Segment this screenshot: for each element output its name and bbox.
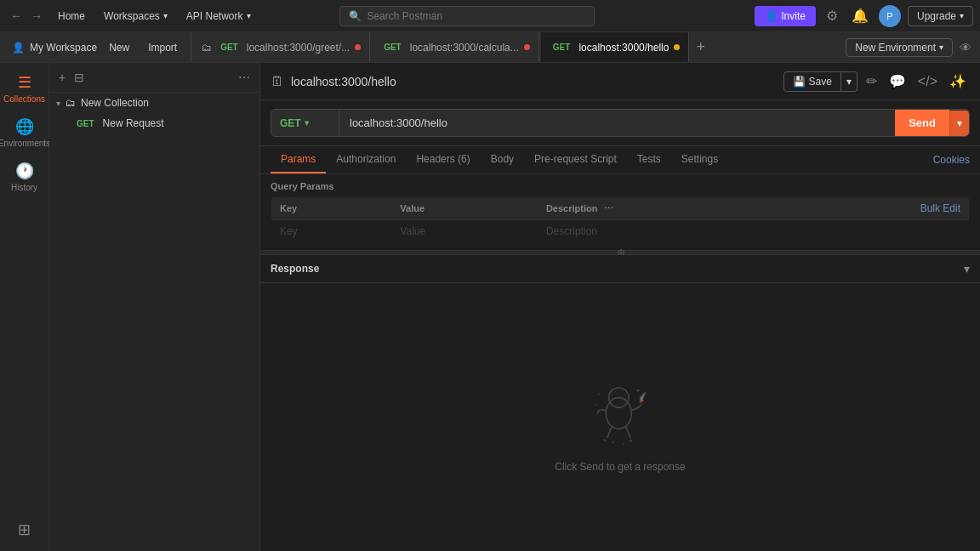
send-dropdown-button[interactable]: ▾	[949, 111, 969, 136]
tab-greet[interactable]: 🗂 GET localhost:3000/greet/...	[193, 32, 370, 62]
tab-dot-red	[355, 44, 361, 50]
response-header: Response ▾	[260, 255, 980, 283]
search-input[interactable]	[367, 10, 585, 22]
chevron-down-icon: ▾	[305, 118, 309, 128]
env-settings-button[interactable]: 👁	[956, 39, 975, 56]
nav-arrows: ← →	[7, 6, 46, 26]
invite-button[interactable]: 👤 Invite	[755, 6, 816, 26]
tab-hello[interactable]: GET localhost:3000/hello	[541, 32, 690, 62]
key-cell[interactable]: Key	[271, 220, 392, 243]
forward-button[interactable]: →	[27, 6, 46, 26]
chevron-down-icon: ▾	[960, 11, 964, 20]
col-key: Key	[271, 197, 392, 220]
tab-settings[interactable]: Settings	[671, 146, 728, 173]
method-badge: GET	[73, 118, 98, 129]
svg-point-9	[637, 389, 640, 392]
request-title: localhost:3000/hello	[291, 75, 396, 88]
top-right-actions: 👤 Invite ⚙ 🔔 P Upgrade ▾	[755, 4, 973, 27]
env-dropdown-button[interactable]: New Environment ▾	[846, 38, 953, 57]
tab-dot-red	[524, 44, 530, 50]
sidebar-item-environments[interactable]: 🌐 Environments	[3, 112, 46, 153]
calendar-icon: 🗓	[271, 74, 284, 89]
back-button[interactable]: ←	[7, 6, 26, 26]
avatar[interactable]: P	[879, 5, 901, 27]
bulk-edit-button[interactable]: Bulk Edit	[920, 202, 960, 214]
comment-icon-button[interactable]: 💬	[886, 70, 909, 93]
collection-item[interactable]: ▾ 🗂 New Collection	[49, 93, 259, 113]
environments-icon: 🌐	[15, 117, 34, 136]
value-cell[interactable]: Value	[391, 220, 538, 243]
tab-body[interactable]: Body	[481, 146, 524, 173]
response-collapse-button[interactable]: ▾	[964, 262, 970, 276]
workspace-name: My Workspace	[30, 42, 97, 54]
response-empty-text: Click Send to get a response	[555, 461, 685, 473]
request-builder: GET ▾ Send ▾	[260, 100, 980, 146]
new-button[interactable]: New	[102, 38, 136, 57]
code-icon-button[interactable]: </>	[914, 71, 941, 93]
caret-icon: ▾	[56, 99, 60, 108]
save-dropdown-button[interactable]: ▾	[841, 71, 858, 92]
api-network-button[interactable]: API Network ▾	[179, 7, 258, 26]
collection-icon: 🗂	[202, 42, 212, 54]
add-tab-button[interactable]: +	[691, 37, 710, 58]
invite-icon: 👤	[765, 10, 778, 22]
sidebar-item-collections[interactable]: ☰ Collections	[3, 68, 46, 109]
svg-point-4	[603, 439, 606, 441]
edit-icon-button[interactable]: ✏	[863, 70, 880, 93]
workspace-icon: 👤	[12, 42, 25, 54]
collections-panel: + ⊟ ⋯ ▾ 🗂 New Collection GET New Request	[49, 63, 260, 551]
main-layout: ☰ Collections 🌐 Environments 🕐 History ⊞…	[0, 63, 980, 551]
save-icon: 💾	[793, 76, 806, 88]
svg-point-3	[641, 399, 643, 401]
tab-calcula[interactable]: GET localhost:3000/calcula...	[372, 32, 539, 62]
search-icon: 🔍	[349, 10, 362, 22]
method-select[interactable]: GET ▾	[271, 111, 339, 136]
more-options-button[interactable]: ⋯	[236, 68, 253, 87]
svg-point-5	[612, 441, 614, 443]
table-row: Key Value Description	[271, 220, 970, 243]
col-value: Value	[391, 197, 538, 220]
description-cell[interactable]: Description	[538, 220, 970, 243]
upgrade-button[interactable]: Upgrade ▾	[908, 6, 973, 26]
empty-state-illustration	[578, 362, 663, 447]
cookies-link[interactable]: Cookies	[933, 154, 970, 166]
request-item[interactable]: GET New Request	[49, 113, 259, 133]
svg-point-7	[623, 443, 624, 445]
response-title: Response	[271, 263, 319, 275]
collections-icon: ☰	[18, 73, 31, 92]
search-bar[interactable]: 🔍	[339, 6, 595, 26]
response-body: Click Send to get a response	[260, 283, 980, 551]
send-button[interactable]: Send	[895, 110, 949, 136]
chevron-down-icon: ▾	[939, 43, 943, 52]
tab-tests[interactable]: Tests	[627, 146, 671, 173]
col-description: Description ⋯ Bulk Edit	[538, 197, 970, 220]
filter-button[interactable]: ⊟	[71, 68, 87, 87]
collection-folder-icon: 🗂	[66, 97, 76, 109]
sidebar-item-apps[interactable]: ⊞	[3, 515, 46, 544]
request-header: 🗓 localhost:3000/hello 💾 Save ▾ ✏ 💬 </> …	[260, 63, 980, 100]
sidebar-item-history[interactable]: 🕐 History	[3, 156, 46, 197]
add-collection-button[interactable]: +	[56, 68, 68, 87]
history-icon: 🕐	[15, 162, 34, 180]
url-input[interactable]	[339, 110, 895, 136]
tab-authorization[interactable]: Authorization	[326, 146, 406, 173]
save-button[interactable]: 💾 Save	[783, 71, 841, 92]
chevron-down-icon: ▾	[247, 11, 251, 20]
tab-pre-request-script[interactable]: Pre-request Script	[524, 146, 627, 173]
workspaces-button[interactable]: Workspaces ▾	[97, 7, 174, 26]
svg-point-8	[598, 393, 600, 395]
import-button[interactable]: Import	[141, 38, 184, 57]
settings-button[interactable]: ⚙	[823, 4, 841, 27]
url-bar: GET ▾ Send ▾	[271, 109, 970, 137]
home-button[interactable]: Home	[51, 7, 92, 26]
svg-point-6	[630, 440, 632, 442]
env-selector: New Environment ▾ 👁	[846, 38, 975, 57]
magic-wand-icon-button[interactable]: ✨	[946, 70, 970, 93]
apps-icon: ⊞	[18, 520, 31, 539]
tab-headers[interactable]: Headers (6)	[406, 146, 480, 173]
request-actions: 💾 Save ▾ ✏ 💬 </> ✨	[783, 70, 971, 93]
notifications-button[interactable]: 🔔	[848, 4, 872, 27]
tab-params[interactable]: Params	[271, 146, 326, 173]
chevron-down-icon: ▾	[163, 11, 168, 20]
request-tabs: Params Authorization Headers (6) Body Pr…	[260, 146, 980, 174]
